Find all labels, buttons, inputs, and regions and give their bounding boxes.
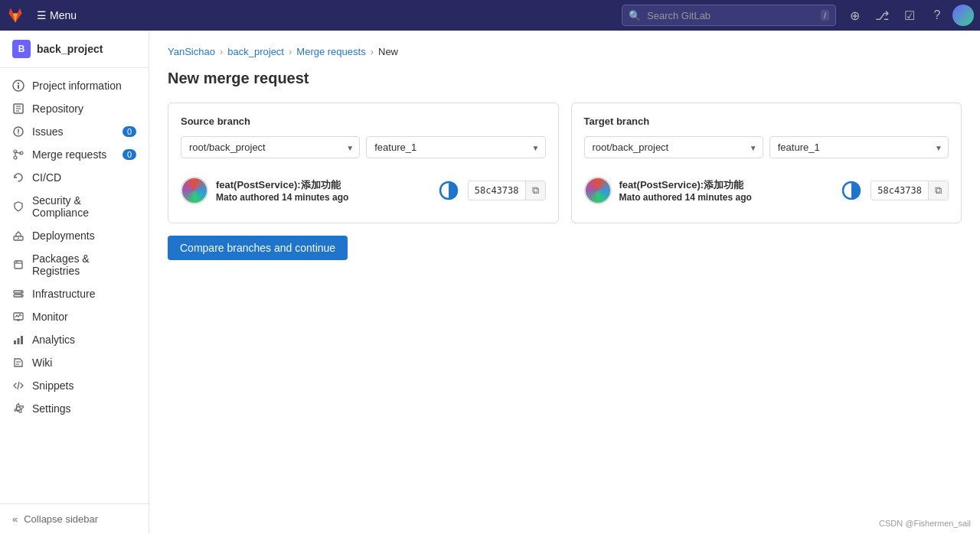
sidebar-label-repository: Repository [32,103,136,115]
svg-rect-1 [18,85,19,89]
todo-button[interactable]: ☑ [897,3,922,28]
new-item-button[interactable]: ⊕ [842,3,867,28]
sidebar-project[interactable]: B back_project [0,31,149,68]
sidebar-item-analytics[interactable]: Analytics [0,328,149,351]
sidebar-item-issues[interactable]: Issues 0 [0,120,149,143]
source-branch-title: Source branch [181,116,546,127]
svg-point-15 [18,238,19,239]
breadcrumb-sep-2: › [289,46,292,57]
search-input[interactable] [647,10,815,21]
project-name: back_project [37,43,103,55]
search-shortcut: / [821,10,829,21]
svg-point-21 [21,291,22,293]
target-commit-info: feat(PostService):添加功能 Mato authored 14 … [619,178,833,203]
target-branch-select-wrapper: feature_1 [769,136,949,158]
svg-rect-16 [15,261,22,269]
sidebar-item-repository[interactable]: Repository [0,97,149,120]
sidebar-item-monitor[interactable]: Monitor [0,305,149,328]
target-branch-panel: Target branch root/back_project feature_… [571,103,962,223]
target-branch-select[interactable]: feature_1 [769,136,949,158]
menu-label: Menu [50,9,77,21]
help-button[interactable]: ? [925,3,949,28]
sidebar-label-snippets: Snippets [32,379,136,392]
search-icon: 🔍 [629,10,641,21]
top-navbar: ☰ Menu 🔍 / ⊕ ⎇ ☑ ? [0,0,980,31]
compare-branches-button[interactable]: Compare branches and continue [168,236,348,260]
sidebar-item-deployments[interactable]: Deployments [0,224,149,247]
page-title: New merge request [168,70,962,87]
source-branch-select-wrapper: feature_1 [366,136,545,158]
breadcrumb-current: New [378,46,398,57]
sidebar-item-project-information[interactable]: Project information [0,74,149,97]
todo-icon: ☑ [904,8,915,23]
sidebar: B back_project Project information Repos… [0,31,149,534]
target-commit-status [840,179,863,202]
sidebar-label-deployments: Deployments [32,230,136,242]
gitlab-logo[interactable] [6,6,24,24]
collapse-label: Collapse sidebar [24,513,98,525]
sidebar-item-snippets[interactable]: Snippets [0,374,149,397]
target-commit-hash-container: 58c43738 ⧉ [871,181,949,200]
source-commit-hash: 58c43738 [469,182,525,199]
project-avatar: B [12,40,31,58]
deploy-icon [12,230,24,242]
collapse-sidebar-button[interactable]: « Collapse sidebar [0,503,149,534]
infra-icon [12,288,24,300]
analytics-icon [12,334,24,346]
sidebar-nav: Project information Repository Issues 0 [0,68,149,503]
target-branch-title: Target branch [584,116,949,127]
source-commit-status [437,179,460,202]
svg-point-9 [18,133,19,135]
sidebar-item-infrastructure[interactable]: Infrastructure [0,282,149,305]
sidebar-item-settings[interactable]: Settings [0,397,149,420]
sidebar-item-merge-requests[interactable]: Merge requests 0 [0,143,149,166]
svg-point-22 [21,295,22,297]
merge-request-icon: ⎇ [875,8,889,23]
cicd-icon [12,171,24,184]
breadcrumb: YanSichao › back_project › Merge request… [168,46,962,57]
footer-watermark: CSDN @Fishermen_sail [879,519,971,528]
target-copy-hash-button[interactable]: ⧉ [928,181,948,200]
sidebar-label-issues: Issues [32,125,115,138]
sidebar-item-packages[interactable]: Packages & Registries [0,247,149,282]
source-commit-author: Mato [216,192,237,203]
sidebar-label-settings: Settings [32,402,136,415]
menu-button[interactable]: ☰ Menu [31,6,83,24]
source-copy-hash-button[interactable]: ⧉ [525,181,545,200]
help-icon: ? [934,8,941,22]
sidebar-label-merge-requests: Merge requests [32,148,115,161]
avatar[interactable] [952,5,974,26]
svg-point-11 [14,156,17,159]
sidebar-item-wiki[interactable]: Wiki [0,351,149,374]
source-commit-time: authored 14 minutes ago [240,192,348,203]
merge-requests-button[interactable]: ⎇ [870,3,894,28]
breadcrumb-sep-3: › [371,46,374,57]
svg-line-31 [18,382,19,389]
settings-icon [12,402,24,415]
collapse-icon: « [12,513,18,525]
svg-rect-28 [21,336,23,344]
sidebar-label-infrastructure: Infrastructure [32,288,136,300]
source-commit-info: feat(PostService):添加功能 Mato authored 14 … [216,178,430,203]
svg-rect-27 [18,338,20,344]
menu-icon: ☰ [37,9,47,21]
packages-icon [12,259,24,271]
breadcrumb-sep-1: › [220,46,223,57]
sidebar-label-security: Security & Compliance [32,194,136,219]
source-branch-selectors: root/back_project feature_1 [181,136,546,158]
source-project-select[interactable]: root/back_project [181,136,360,158]
sidebar-label-cicd: CI/CD [32,171,136,184]
breadcrumb-yansichao[interactable]: YanSichao [168,46,215,57]
sidebar-item-cicd[interactable]: CI/CD [0,166,149,189]
breadcrumb-merge-requests[interactable]: Merge requests [296,46,365,57]
breadcrumb-back-project[interactable]: back_project [227,46,284,57]
source-commit-row: feat(PostService):添加功能 Mato authored 14 … [181,171,546,210]
sidebar-label-wiki: Wiki [32,357,136,369]
plus-icon: ⊕ [850,8,860,23]
issues-badge: 0 [122,126,136,137]
main-content: YanSichao › back_project › Merge request… [149,31,980,534]
sidebar-item-security-compliance[interactable]: Security & Compliance [0,189,149,224]
target-project-select[interactable]: root/back_project [584,136,763,158]
source-branch-select[interactable]: feature_1 [366,136,545,158]
info-icon [12,80,24,92]
